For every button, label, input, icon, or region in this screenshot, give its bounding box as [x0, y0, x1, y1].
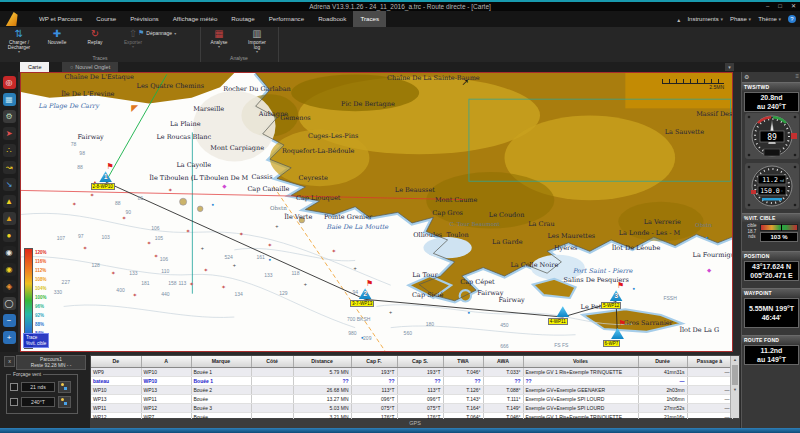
tab-carte[interactable]: Carte	[20, 62, 49, 72]
close-parcours-button[interactable]: x	[4, 356, 15, 367]
tab-overflow-icon[interactable]: ▾	[725, 63, 734, 71]
ribbon-button[interactable]: ⇅ Charger / Décharger ▾	[2, 28, 36, 54]
ribbon-tab[interactable]: WP et Parcours	[32, 11, 89, 27]
wind-direction-field[interactable]: 240°T	[21, 397, 55, 407]
wind-speed-field[interactable]: 21 nds	[21, 382, 55, 392]
map-place-label: La Londe - Les - M	[619, 229, 681, 236]
waypoint-label: 3-7-WP13	[350, 300, 374, 307]
depth-sounding: 524	[224, 254, 232, 259]
ribbon-tab[interactable]: Affichage météo	[166, 11, 225, 27]
marks-pair-icon[interactable]: ▲	[3, 212, 16, 225]
map-place-label: Hyères	[554, 244, 577, 251]
chart-symbol: +	[233, 262, 236, 267]
target-speed-bar	[760, 224, 798, 231]
maximize-button[interactable]: □	[778, 2, 782, 11]
table-row[interactable]: bateauWP10Bouée 1 ???????? ????—	[91, 377, 732, 386]
waypoints-icon[interactable]: ∴	[3, 144, 16, 157]
chevron-down-icon: ▾	[174, 31, 176, 36]
vit-cible-block: cible 18.7 nds 103 %	[742, 222, 800, 243]
depth-sounding: 105	[155, 235, 163, 240]
zoom-out-icon[interactable]: −	[3, 314, 16, 327]
table-column-header[interactable]: Cap F.	[351, 356, 397, 368]
table-column-header[interactable]: Marque	[191, 356, 251, 368]
scrollbar-thumb[interactable]	[732, 365, 738, 385]
wind-direction-checkbox[interactable]	[10, 398, 18, 406]
wind-direction-icon[interactable]	[58, 396, 71, 408]
scroll-up-icon[interactable]: ▲	[731, 356, 739, 364]
route-mark-icon[interactable]: ➤	[3, 127, 16, 140]
depth-sounding: 560	[404, 331, 412, 336]
chart-symbol: +	[389, 310, 392, 315]
collapse-ribbon-icon[interactable]: ▴	[677, 16, 680, 23]
map-place-label: Chaîne De L'Estaque	[65, 74, 134, 81]
chart-symbol: ✶	[111, 271, 116, 276]
compass-needle-icon[interactable]: ◈	[3, 280, 16, 293]
header-menu[interactable]: Phase ▾	[730, 16, 751, 22]
table-column-header[interactable]: Cap S.	[397, 356, 443, 368]
ribbon-tab[interactable]: Traces	[353, 11, 386, 27]
flag-icon: ⚑	[366, 280, 373, 288]
scroll-down-icon[interactable]: ▼	[731, 386, 739, 394]
wind-speed-checkbox[interactable]	[10, 383, 18, 391]
minimize-button[interactable]: –	[766, 2, 769, 11]
buoy-icon[interactable]: ●	[3, 229, 16, 242]
table-scrollbar[interactable]: ▲ ▼	[730, 356, 739, 418]
bearing-arrow-icon[interactable]: ↘	[3, 178, 16, 191]
table-row[interactable]: WP11WP12Bouée 3 5.03 MN075°T075°TT.164° …	[91, 404, 732, 413]
gps-status: GPS	[409, 420, 421, 426]
map-place-label: Cap Liouquet	[296, 195, 340, 202]
depth-sounding: 180	[426, 322, 434, 327]
compass-marks-icon[interactable]: ◉	[3, 263, 16, 276]
depannage-button[interactable]: ⚑ Dépannage ▾	[138, 29, 176, 37]
scale-tick-label: 116%	[35, 257, 47, 266]
ribbon-button[interactable]: ↻ Replay	[78, 28, 112, 54]
ribbon-button[interactable]: ✚ Nouvelle	[40, 28, 74, 54]
pan-tool-icon[interactable]: ◯	[3, 297, 16, 310]
table-column-header[interactable]: A	[141, 356, 191, 368]
ribbon-tab[interactable]: Routage	[224, 11, 261, 27]
tools-icon[interactable]: ⚙	[3, 110, 16, 123]
help-icon[interactable]: ?	[788, 15, 796, 23]
ribbon-tab[interactable]: Course	[89, 11, 123, 27]
map-place-label: La Colle Noire	[510, 261, 558, 268]
adrena-logo-icon[interactable]	[2, 12, 28, 26]
table-column-header[interactable]: Voiles	[523, 356, 638, 368]
waypoint-label: 4-WP11	[548, 318, 568, 325]
map-place-label: Gémenos	[280, 114, 311, 121]
ribbon-button[interactable]: ▦ Analyse ▾	[202, 28, 236, 54]
map-place-label: Mont Carpiagne	[210, 145, 264, 152]
ribbon-tab[interactable]: Prévisions	[123, 11, 166, 27]
zoom-in-icon[interactable]: +	[3, 331, 16, 344]
header-menu[interactable]: Instruments ▾	[687, 16, 723, 22]
ribbon-tab[interactable]: Roadbook	[311, 11, 353, 27]
depth-sounding: 158	[168, 281, 176, 286]
depth-sounding: FS FS	[554, 342, 568, 347]
table-column-header[interactable]: Durée	[638, 356, 687, 368]
ribbon-button[interactable]: ▥ Importer log ▾	[240, 28, 274, 54]
table-column-header[interactable]: De	[91, 356, 141, 368]
tab-nouvel-onglet[interactable]: ○Nouvel Onglet	[62, 62, 118, 72]
table-row[interactable]: WP10WP13Bouée 2 26.68 MN113°T113°TT.126°…	[91, 386, 732, 395]
table-row[interactable]: WP9WP10Bouée 1 5.79 MN193°T193°TT.046° T…	[91, 368, 732, 377]
mob-lifebuoy-icon[interactable]: ◎	[3, 76, 16, 89]
nautical-chart[interactable]: Chaîne De L'EstaqueLes Quatre CheminsRoc…	[20, 72, 733, 352]
table-column-header[interactable]: AWA	[483, 356, 523, 368]
table-column-header[interactable]: TWA	[443, 356, 483, 368]
wind-speed-icon[interactable]	[58, 381, 71, 393]
table-column-header[interactable]: Passage à	[687, 356, 732, 368]
waypoint-route-icon[interactable]: ↝	[3, 161, 16, 174]
ribbon-button-icon: ▦	[202, 28, 236, 40]
panel-menu-icon[interactable]: ≡	[795, 73, 799, 79]
table-column-header[interactable]: Côté	[251, 356, 293, 368]
table-column-header[interactable]: Distance	[293, 356, 351, 368]
close-button[interactable]: ✕	[791, 2, 796, 11]
mark-cone-icon[interactable]: ▲	[3, 195, 16, 208]
table-row[interactable]: WP13WP11Bouée 13.27 MN096°T096°TT.143° T…	[91, 395, 732, 404]
header-menu[interactable]: Thème ▾	[758, 16, 781, 22]
ribbon-tab[interactable]: Performance	[262, 11, 311, 27]
adrena-window: Adrena V13.9.1.26 - 24_11_2016_a.trc - R…	[0, 0, 800, 433]
compass-icon[interactable]: ◉	[3, 246, 16, 259]
chart-icon[interactable]: ▦	[3, 93, 16, 106]
speed-marker	[781, 224, 783, 231]
gear-icon[interactable]: ⚙	[744, 73, 749, 80]
